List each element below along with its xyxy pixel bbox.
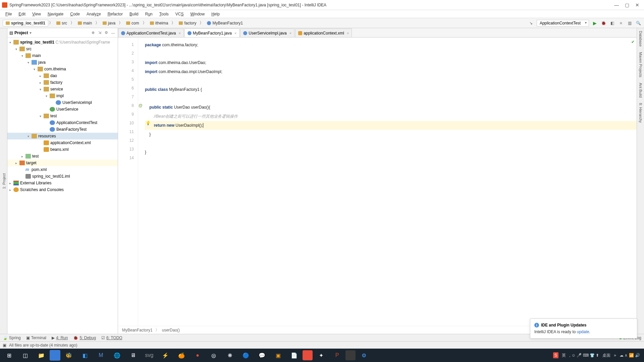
sidebar-tab-favorites[interactable]: ⭐ 2: Favorites <box>0 304 1 334</box>
wechat-icon[interactable]: 💬 <box>254 349 270 361</box>
search-everywhere-icon[interactable]: 🔍 <box>635 20 641 26</box>
tab-active[interactable]: MyBeanFactory1.java× <box>184 28 240 37</box>
inspection-ok-icon[interactable]: ✔ <box>631 40 635 44</box>
app-icon[interactable]: ◎ <box>206 349 221 361</box>
close-button[interactable]: ✕ <box>635 2 639 8</box>
project-view-icon[interactable]: ▤ <box>9 31 13 35</box>
app-icon[interactable]: ❋ <box>222 349 237 361</box>
toolwindow-debug[interactable]: 🐞 5: Debug <box>73 336 96 340</box>
app-icon[interactable] <box>50 350 60 361</box>
app-icon <box>2 2 7 8</box>
sidebar-tab-ant[interactable]: Ant Build <box>638 80 644 100</box>
app-icon[interactable]: ⚡ <box>158 349 173 361</box>
hide-icon[interactable]: — <box>110 30 116 36</box>
locate-icon[interactable]: ⊕ <box>90 30 96 36</box>
app-icon[interactable]: 🖥 <box>125 349 141 361</box>
toolwindow-spring[interactable]: 🍃 Spring <box>3 336 21 340</box>
menu-run[interactable]: Run <box>143 11 155 17</box>
toolwindow-toggle-icon[interactable]: ▣ <box>3 343 6 348</box>
project-tree[interactable]: ▾spring_ioc_test01 C:\Users\haohao\Sprin… <box>7 38 118 334</box>
menu-tools[interactable]: Tools <box>157 11 171 17</box>
tab[interactable]: UserServiceImpl.java× <box>240 28 294 37</box>
app-icon[interactable]: 📄 <box>286 349 302 361</box>
crumb[interactable]: main <box>75 20 95 26</box>
menu-file[interactable]: File <box>3 11 14 17</box>
project-structure-icon[interactable]: ▥ <box>627 20 633 26</box>
minimize-button[interactable]: — <box>614 2 619 8</box>
crumb[interactable]: java <box>100 20 118 26</box>
menu-help[interactable]: Help <box>209 11 222 17</box>
app-icon[interactable]: M <box>93 349 109 361</box>
toolwindow-run[interactable]: ▶ 4: Run <box>52 336 68 340</box>
menu-view[interactable]: View <box>30 11 44 17</box>
intellij-icon[interactable] <box>345 350 356 360</box>
app-icon[interactable] <box>303 350 313 360</box>
chrome-icon[interactable]: 🌐 <box>109 349 125 361</box>
crumb-module[interactable]: spring_ioc_test01 <box>3 20 48 26</box>
code-area[interactable]: 1234567 8@ 9 10💡 11121314 package com.it… <box>118 38 637 326</box>
tab[interactable]: ApplicationContextTest.java× <box>118 28 184 37</box>
crumb[interactable]: src <box>54 20 70 26</box>
update-notification[interactable]: iIDE and Plugin Updates IntelliJ IDEA is… <box>530 318 637 339</box>
build-icon[interactable]: ↘ <box>528 20 534 26</box>
menu-code[interactable]: Code <box>67 11 83 17</box>
crumb-class[interactable]: MyBeanFactory1 <box>122 328 153 333</box>
crumb-class[interactable]: MyBeanFactory1 <box>204 20 246 26</box>
powerpoint-icon[interactable]: P <box>329 349 345 361</box>
app-icon[interactable]: ◧ <box>77 349 93 361</box>
code-text[interactable]: package com.itheima.factory; import com.… <box>138 38 637 326</box>
app-icon[interactable]: ▣ <box>270 349 286 361</box>
sidebar-tab-maven[interactable]: Maven Projects <box>638 49 644 80</box>
update-link[interactable]: update <box>577 329 589 334</box>
project-panel: ▤ Project ▾ ⊕ ⇲ ⚙ — ▾spring_ioc_test01 C… <box>7 28 118 334</box>
menu-window[interactable]: Window <box>187 11 207 17</box>
app-icon[interactable]: ⚙ <box>356 349 372 361</box>
app-icon[interactable]: ● <box>190 349 205 361</box>
run-configuration-select[interactable]: ApplicationContextTest <box>537 20 589 26</box>
coverage-button[interactable]: ◧ <box>609 20 615 26</box>
toolwindow-terminal[interactable]: ▣ Terminal <box>26 336 46 340</box>
notification-body: IntelliJ IDEA is ready to update. <box>534 329 633 334</box>
task-view-icon[interactable]: ◫ <box>17 349 33 361</box>
sidebar-tab-hierarchy[interactable]: 8: Hierarchy <box>638 100 644 125</box>
app-icon[interactable]: 🐝 <box>61 349 76 361</box>
app-icon[interactable]: 🍊 <box>174 349 189 361</box>
sidebar-tab-database[interactable]: Database <box>638 28 644 49</box>
menu-refactor[interactable]: Refactor <box>105 11 125 17</box>
status-bar: ▣ All files are up-to-date (4 minutes ag… <box>0 341 644 349</box>
menu-vcs[interactable]: VCS <box>173 11 186 17</box>
project-panel-title: Project <box>14 31 28 35</box>
info-icon: i <box>534 323 539 327</box>
menu-analyze[interactable]: Analyze <box>84 11 104 17</box>
intention-bulb-icon[interactable]: 💡 <box>127 119 151 127</box>
collapse-icon[interactable]: ⇲ <box>97 30 102 36</box>
system-tray[interactable]: S 英, ☺ 🎤 ⌨ 👕 ⬆ 桌面» ☁ ∧ 📶 🔊 <box>553 352 643 358</box>
toolwindow-todo[interactable]: ☑ 6: TODO <box>101 336 122 340</box>
main-area: 1: Project ⭐ 2: Favorites 7: Structure ▤… <box>0 28 644 334</box>
menu-navigate[interactable]: Navigate <box>45 11 66 17</box>
menu-bar: File Edit View Navigate Code Analyze Ref… <box>0 10 644 18</box>
close-icon[interactable]: × <box>347 31 349 35</box>
crumb[interactable]: com <box>123 20 142 26</box>
debug-button[interactable]: 🐞 <box>600 20 606 26</box>
app-icon[interactable]: ✦ <box>313 349 329 361</box>
maximize-button[interactable]: ▢ <box>625 2 629 8</box>
app-icon[interactable]: svg <box>142 349 157 361</box>
right-tool-strip: Database Maven Projects Ant Build 8: Hie… <box>637 28 644 334</box>
run-button[interactable]: ▶ <box>592 20 598 26</box>
close-icon[interactable]: × <box>289 31 291 35</box>
settings-icon[interactable]: ⚙ <box>104 30 109 36</box>
close-icon[interactable]: × <box>234 31 236 35</box>
close-icon[interactable]: × <box>178 31 180 35</box>
tab[interactable]: applicationContext.xml× <box>295 28 352 37</box>
crumb-method[interactable]: userDao() <box>162 328 180 333</box>
sidebar-tab-project[interactable]: 1: Project <box>1 171 7 191</box>
menu-build[interactable]: Build <box>127 11 141 17</box>
stop-button[interactable]: ■ <box>618 20 624 26</box>
start-button[interactable]: ⊞ <box>1 349 17 361</box>
app-icon[interactable]: 🔵 <box>238 349 254 361</box>
crumb[interactable]: factory <box>176 20 199 26</box>
crumb[interactable]: itheima <box>147 20 171 26</box>
explorer-icon[interactable]: 📁 <box>34 349 49 361</box>
menu-edit[interactable]: Edit <box>16 11 28 17</box>
